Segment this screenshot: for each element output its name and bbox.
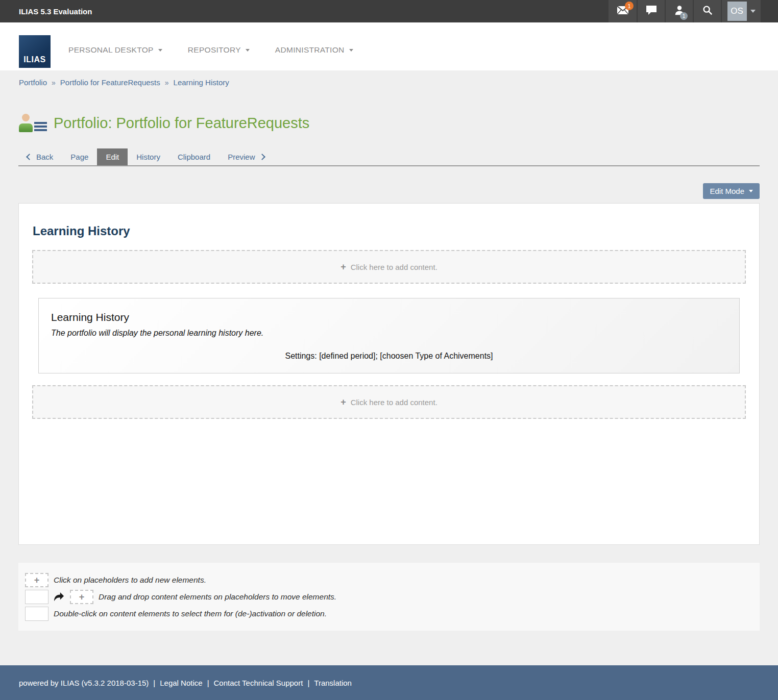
- placeholder-box-icon: +: [70, 590, 93, 604]
- ilias-logo[interactable]: ILIAS: [19, 35, 51, 68]
- chevron-right-icon: [259, 154, 265, 160]
- add-content-placeholder-bottom[interactable]: + Click here to add content.: [32, 385, 746, 419]
- chevron-down-icon: [749, 190, 753, 192]
- tab-back[interactable]: Back: [18, 148, 62, 165]
- tab-clipboard[interactable]: Clipboard: [169, 148, 219, 165]
- nav-repository[interactable]: REPOSITORY: [188, 45, 250, 55]
- tab-page[interactable]: Page: [62, 148, 97, 165]
- user-button[interactable]: 1: [665, 0, 693, 22]
- mail-badge: 1: [625, 2, 634, 10]
- nav-label: PERSONAL DESKTOP: [68, 45, 154, 55]
- nav-personal-desktop[interactable]: PERSONAL DESKTOP: [68, 45, 162, 55]
- tab-label: Clipboard: [178, 153, 210, 161]
- breadcrumb-learning-history[interactable]: Learning History: [174, 78, 229, 87]
- footer-link-legal-notice[interactable]: Legal Notice: [160, 679, 202, 687]
- nav-label: ADMINISTRATION: [275, 45, 345, 55]
- chevron-left-icon: [26, 154, 33, 160]
- tab-label: Back: [36, 153, 53, 161]
- chevron-down-icon: [158, 49, 162, 52]
- placeholder-label: Click here to add content.: [351, 263, 437, 271]
- content-box-icon: [25, 607, 48, 621]
- help-text: Drag and drop content elements on placeh…: [99, 592, 336, 602]
- breadcrumb-portfolio-featurerequests[interactable]: Portfolio for FeatureRequests: [60, 78, 160, 87]
- breadcrumb-separator: »: [52, 79, 56, 87]
- block-settings: Settings: [defined period]; [choosen Typ…: [51, 352, 727, 361]
- nav-administration[interactable]: ADMINISTRATION: [275, 45, 353, 55]
- search-button[interactable]: [693, 0, 721, 22]
- tab-preview[interactable]: Preview: [219, 148, 273, 165]
- plus-icon: +: [341, 397, 346, 407]
- footer-separator: |: [207, 679, 209, 687]
- plus-icon: +: [79, 592, 85, 602]
- placeholder-label: Click here to add content.: [351, 398, 437, 407]
- edit-mode-button[interactable]: Edit Mode: [703, 183, 760, 199]
- chevron-down-icon: [246, 49, 250, 52]
- help-text: Double-click on content elements to sele…: [54, 609, 327, 618]
- portfolio-icon: [18, 113, 49, 134]
- tab-label: Edit: [106, 153, 119, 161]
- breadcrumb-portfolio[interactable]: Portfolio: [19, 78, 47, 87]
- page-editor-panel: Learning History + Click here to add con…: [18, 203, 760, 545]
- help-text: Click on placeholders to add new element…: [54, 576, 206, 585]
- drag-arrow-icon: [54, 592, 65, 602]
- search-icon: [702, 5, 713, 18]
- help-row-add: + Click on placeholders to add new eleme…: [25, 572, 753, 588]
- toolbar: Edit Mode: [18, 183, 760, 199]
- help-row-select: Double-click on content elements to sele…: [25, 606, 753, 621]
- plus-icon: +: [341, 262, 346, 271]
- mail-button[interactable]: 1: [609, 0, 637, 22]
- page-content: Portfolio»Portfolio for FeatureRequests»…: [0, 70, 778, 665]
- editor-help-panel: + Click on placeholders to add new eleme…: [18, 563, 760, 631]
- plus-icon: +: [34, 576, 40, 585]
- footer: powered by ILIAS (v5.3.2 2018-03-15) | L…: [0, 665, 778, 700]
- topbar-icon-group: 1 1 OS: [609, 0, 761, 22]
- placeholder-box-icon: +: [25, 573, 48, 587]
- title-row: Portfolio: Portfolio for FeatureRequests: [18, 112, 778, 134]
- tab-history[interactable]: History: [128, 148, 169, 165]
- chat-button[interactable]: [637, 0, 665, 22]
- tab-label: History: [136, 153, 160, 161]
- learning-history-block[interactable]: Learning History The portfolio will disp…: [38, 298, 740, 373]
- chat-icon: [646, 5, 657, 17]
- breadcrumb: Portfolio»Portfolio for FeatureRequests»…: [0, 70, 778, 87]
- top-bar: ILIAS 5.3 Evaluation 1 1 OS: [0, 0, 778, 22]
- user-badge: 1: [680, 12, 688, 20]
- avatar: OS: [727, 2, 747, 21]
- footer-link-contact-support[interactable]: Contact Technical Support: [214, 679, 303, 687]
- powered-by-text: powered by ILIAS (v5.3.2 2018-03-15): [19, 679, 149, 687]
- footer-separator: |: [307, 679, 309, 687]
- tab-label: Page: [70, 153, 88, 161]
- chevron-down-icon: [349, 49, 353, 52]
- client-title: ILIAS 5.3 Evaluation: [0, 7, 92, 16]
- content-box-icon: [25, 590, 48, 604]
- add-content-placeholder-top[interactable]: + Click here to add content.: [32, 250, 746, 284]
- chevron-down-icon: [750, 10, 756, 13]
- breadcrumb-separator: »: [165, 79, 169, 87]
- tab-edit[interactable]: Edit: [97, 148, 128, 165]
- block-description: The portfolio will display the personal …: [51, 329, 727, 338]
- help-row-drag: + Drag and drop content elements on plac…: [25, 589, 753, 605]
- panel-heading: Learning History: [33, 224, 759, 238]
- block-title: Learning History: [51, 311, 727, 323]
- footer-separator: |: [153, 679, 155, 687]
- tab-label: Preview: [228, 153, 255, 161]
- tab-bar: Back Page Edit History Clipboard Preview: [18, 148, 760, 166]
- edit-mode-label: Edit Mode: [710, 187, 744, 195]
- footer-link-translation[interactable]: Translation: [314, 679, 352, 687]
- main-nav: PERSONAL DESKTOP REPOSITORY ADMINISTRATI…: [68, 38, 353, 55]
- user-menu-button[interactable]: OS: [721, 0, 761, 22]
- page-title: Portfolio: Portfolio for FeatureRequests: [54, 115, 309, 132]
- main-header: ILIAS PERSONAL DESKTOP REPOSITORY ADMINI…: [0, 22, 778, 70]
- nav-label: REPOSITORY: [188, 45, 241, 55]
